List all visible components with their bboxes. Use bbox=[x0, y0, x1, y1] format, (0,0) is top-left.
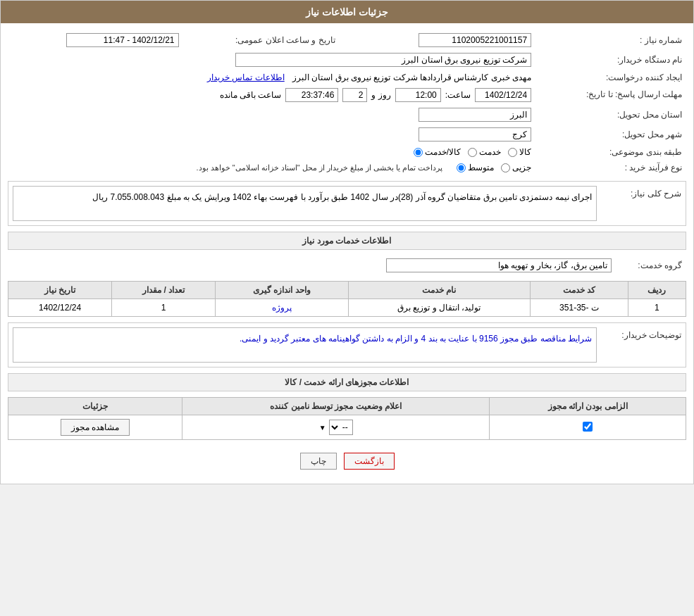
services-header-unit: واحد اندازه گیری bbox=[216, 282, 348, 299]
service-unit: پروژه bbox=[216, 299, 348, 317]
perms-status-select[interactable]: -- bbox=[329, 420, 353, 435]
date-label: تاریخ و ساعت اعلان عمومی: bbox=[183, 30, 340, 50]
category-radio-kala-khedmat-item[interactable]: کالا/خدمت bbox=[414, 147, 461, 157]
deadline-time-label: ساعت: bbox=[445, 90, 471, 100]
buyer-notes-label: توضیحات خریدار: bbox=[597, 327, 681, 363]
category-radio3-label: کالا/خدمت bbox=[425, 147, 461, 157]
info-section: شماره نیاز : تاریخ و ساعت اعلان عمومی: ن… bbox=[8, 30, 686, 175]
process-radio-jozii-item[interactable]: جزیی bbox=[501, 163, 531, 172]
process-radio1-label: جزیی bbox=[512, 163, 531, 172]
service-count: 1 bbox=[112, 299, 216, 317]
category-radio-group: کالا خدمت کالا/خدمت bbox=[414, 147, 531, 157]
creator-label: ایجاد کننده درخواست: bbox=[535, 70, 686, 85]
service-name: تولید، انتقال و توزیع برق bbox=[348, 299, 530, 317]
category-radio2-label: خدمت bbox=[479, 147, 501, 157]
services-header-date: تاریخ نیاز bbox=[8, 282, 112, 299]
province-label: استان محل تحویل: bbox=[535, 105, 686, 125]
deadline-days-input[interactable] bbox=[342, 88, 367, 102]
perms-header-status: اعلام وضعیت مجوز توسط نامین کننده bbox=[182, 398, 490, 415]
perms-status-cell: -- ▼ bbox=[182, 415, 490, 440]
services-header-code: کد خدمت bbox=[531, 282, 628, 299]
need-number-label: شماره نیاز : bbox=[535, 30, 686, 50]
service-date: 1402/12/24 bbox=[8, 299, 112, 317]
deadline-time-input[interactable] bbox=[395, 88, 441, 102]
page-title: جزئیات اطلاعات نیاز bbox=[306, 6, 388, 18]
process-label: نوع فرآیند خرید : bbox=[535, 160, 686, 175]
category-radio-both[interactable] bbox=[414, 148, 423, 157]
deadline-remaining-label: ساعت باقی مانده bbox=[220, 90, 282, 100]
permissions-table: الزامی بودن ارائه مجوز اعلام وضعیت مجوز … bbox=[8, 397, 686, 440]
service-group-input[interactable] bbox=[386, 258, 612, 272]
category-radio1-label: کالا bbox=[519, 147, 531, 157]
service-row-num: 1 bbox=[628, 299, 686, 317]
city-label: شهر محل تحویل: bbox=[535, 125, 686, 144]
page-header: جزئیات اطلاعات نیاز bbox=[1, 1, 693, 23]
city-input[interactable] bbox=[419, 127, 531, 142]
buyer-notes-value: شرایط مناقصه طبق مجوز 9156 با عنایت به ب… bbox=[13, 327, 597, 363]
service-code: ت -35-351 bbox=[531, 299, 628, 317]
process-radio-motawaset-item[interactable]: متوسط bbox=[457, 163, 494, 172]
permissions-header: اطلاعات مجوزهای ارائه خدمت / کالا bbox=[8, 373, 686, 391]
service-group-label: گروه خدمت: bbox=[616, 256, 686, 275]
category-radio-khedmat-item[interactable]: خدمت bbox=[468, 147, 501, 157]
footer-buttons: بازگشت چاپ bbox=[8, 446, 686, 477]
deadline-remaining-input[interactable] bbox=[285, 88, 338, 102]
table-row: -- ▼ مشاهده مجوز bbox=[8, 415, 686, 440]
province-input[interactable] bbox=[419, 108, 531, 122]
date-input[interactable] bbox=[66, 33, 179, 47]
creator-value: مهدی خبری کارشناس قراردادها شرکت توزیع ن… bbox=[292, 73, 531, 82]
category-radio-kala[interactable] bbox=[508, 148, 517, 157]
need-desc-section: شرح کلی نیاز: اجرای نیمه دستمزدی تامین ب… bbox=[8, 181, 686, 226]
view-permit-button[interactable]: مشاهده مجوز bbox=[61, 419, 130, 436]
process-radio-jozii[interactable] bbox=[501, 163, 510, 172]
deadline-date-input[interactable] bbox=[475, 88, 531, 102]
deadline-day-label: روز و bbox=[371, 90, 390, 100]
back-button[interactable]: بازگشت bbox=[344, 453, 395, 470]
services-info-header: اطلاعات خدمات مورد نیاز bbox=[8, 232, 686, 250]
services-header-name: نام خدمت bbox=[348, 282, 530, 299]
perms-header-details: جزئیات bbox=[8, 398, 182, 415]
chevron-down-icon: ▼ bbox=[319, 424, 326, 432]
perms-required-cell bbox=[490, 415, 686, 440]
category-radio-kala-item[interactable]: کالا bbox=[508, 147, 531, 157]
need-number-input[interactable] bbox=[419, 33, 531, 47]
buyer-org-label: نام دستگاه خریدار: bbox=[535, 50, 686, 70]
services-table: ردیف کد خدمت نام خدمت واحد اندازه گیری ت… bbox=[8, 281, 686, 317]
deadline-label: مهلت ارسال پاسخ: تا تاریخ: bbox=[535, 85, 686, 105]
category-label: طبقه بندی موضوعی: bbox=[535, 144, 686, 160]
services-header-row: ردیف bbox=[628, 282, 686, 299]
table-row: 1 ت -35-351 تولید، انتقال و توزیع برق پر… bbox=[8, 299, 686, 317]
category-radio-khedmat[interactable] bbox=[468, 148, 477, 157]
creator-link[interactable]: اطلاعات تماس خریدار bbox=[207, 73, 285, 82]
service-group-section: گروه خدمت: bbox=[8, 256, 686, 275]
perms-required-checkbox[interactable] bbox=[583, 422, 593, 432]
need-desc-label: شرح کلی نیاز: bbox=[597, 186, 681, 221]
services-header-count: تعداد / مقدار bbox=[112, 282, 216, 299]
need-desc-value: اجرای نیمه دستمزدی تامین برق متقاضیان گر… bbox=[13, 186, 597, 221]
buyer-org-input[interactable] bbox=[235, 53, 531, 67]
process-radio2-label: متوسط bbox=[468, 163, 494, 172]
process-radio-motawaset[interactable] bbox=[457, 163, 466, 172]
process-radio-group: جزیی متوسط bbox=[457, 163, 531, 172]
perms-details-cell: مشاهده مجوز bbox=[8, 415, 182, 440]
print-button[interactable]: چاپ bbox=[300, 453, 337, 470]
process-note: پرداخت تمام یا بخشی از مبلغ خریدار از مح… bbox=[197, 163, 443, 172]
perms-header-required: الزامی بودن ارائه مجوز bbox=[490, 398, 686, 415]
buyer-notes-section: توضیحات خریدار: شرایط مناقصه طبق مجوز 91… bbox=[8, 322, 686, 367]
